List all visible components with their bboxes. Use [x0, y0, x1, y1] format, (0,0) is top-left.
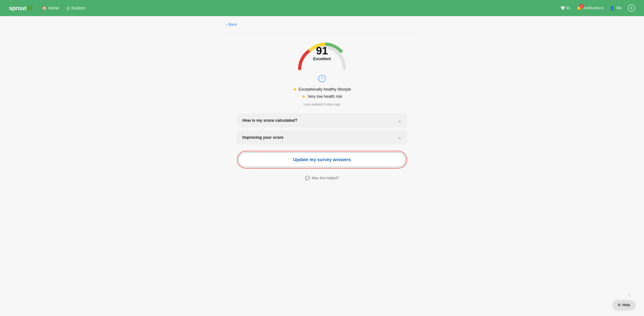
gauge-container: 91 Excellent ?: [226, 40, 418, 82]
helpful-text: Was this helpful?: [312, 176, 339, 180]
accordion: How is my score calculated? ⌄ Improving …: [237, 113, 407, 144]
last-updated: Last updated 6 days ago: [226, 102, 418, 106]
helpful-row: 💬 Was this helpful?: [226, 176, 418, 180]
main-content: ‹ Back 91: [0, 16, 644, 194]
notifications-label: Notifications: [583, 6, 604, 10]
accordion-score-calc[interactable]: How is my score calculated? ⌄: [237, 113, 407, 128]
chevron-down-icon-2: ⌄: [398, 135, 402, 140]
me-label: Me: [616, 6, 622, 10]
user-icon: 👤: [610, 6, 615, 10]
update-survey-button[interactable]: Update my survey answers: [238, 152, 406, 167]
notifications-badge: 2: [580, 4, 584, 8]
gauge-center: 91 Excellent: [313, 46, 331, 61]
back-arrow-icon: ‹: [226, 22, 227, 27]
chevron-down-icon-1: ⌄: [398, 118, 402, 123]
star-icon-2: ★: [302, 94, 306, 99]
heart-count[interactable]: 🤍 91: [560, 6, 570, 10]
badge-text-2: Very low health risk: [308, 94, 342, 99]
badges-list: ★ Exceptionally healthy lifestyle ★ Very…: [226, 86, 418, 99]
back-link[interactable]: ‹ Back: [226, 22, 237, 27]
badge-item-1: ★ Exceptionally healthy lifestyle: [293, 86, 351, 92]
divider: [226, 32, 418, 32]
heart-number: 91: [566, 6, 570, 10]
gauge-wrapper: 91 Excellent: [295, 40, 349, 71]
header: sprout 🌿 🏠 Home ◎ Explore 🤍 91 🔔 2 Notif…: [0, 0, 644, 16]
add-button[interactable]: +: [628, 4, 635, 12]
back-label: Back: [228, 22, 237, 27]
nav-explore-label: Explore: [72, 6, 85, 10]
help-circle-icon: ⊙: [618, 303, 620, 307]
gauge-label: Excellent: [313, 56, 331, 61]
nav-explore[interactable]: ◎ Explore: [66, 6, 85, 10]
update-btn-wrapper: Update my survey answers: [237, 151, 407, 168]
notifications-btn[interactable]: 🔔 2 Notifications: [577, 6, 604, 10]
help-button[interactable]: ⊙ Help: [613, 300, 635, 310]
accordion-improving-score[interactable]: Improving your score ⌄: [237, 130, 407, 144]
main-nav: 🏠 Home ◎ Explore: [42, 6, 560, 10]
gauge-help-button[interactable]: ?: [318, 75, 326, 82]
nav-home[interactable]: 🏠 Home: [42, 6, 59, 10]
home-icon: 🏠: [42, 6, 47, 10]
logo[interactable]: sprout 🌿: [9, 5, 33, 12]
star-icon-1: ★: [293, 86, 297, 92]
logo-text: sprout: [9, 5, 26, 12]
arrow-up-icon: ↑: [628, 292, 630, 298]
chat-icon: 💬: [305, 176, 310, 180]
explore-icon: ◎: [66, 6, 70, 10]
heart-icon: 🤍: [560, 6, 565, 10]
help-label: Help: [622, 303, 630, 307]
badge-text-1: Exceptionally healthy lifestyle: [299, 87, 351, 92]
logo-leaf-icon: 🌿: [27, 5, 33, 11]
badge-item-2: ★ Very low health risk: [302, 94, 342, 99]
accordion-label-1: How is my score calculated?: [242, 118, 298, 123]
me-btn[interactable]: 👤 Me: [610, 6, 622, 10]
accordion-label-2: Improving your score: [242, 135, 284, 140]
scroll-up-button[interactable]: ↑: [628, 292, 630, 298]
nav-home-label: Home: [48, 6, 59, 10]
header-right: 🤍 91 🔔 2 Notifications 👤 Me +: [560, 4, 635, 12]
question-icon: ?: [321, 76, 323, 80]
gauge-score: 91: [313, 46, 331, 56]
